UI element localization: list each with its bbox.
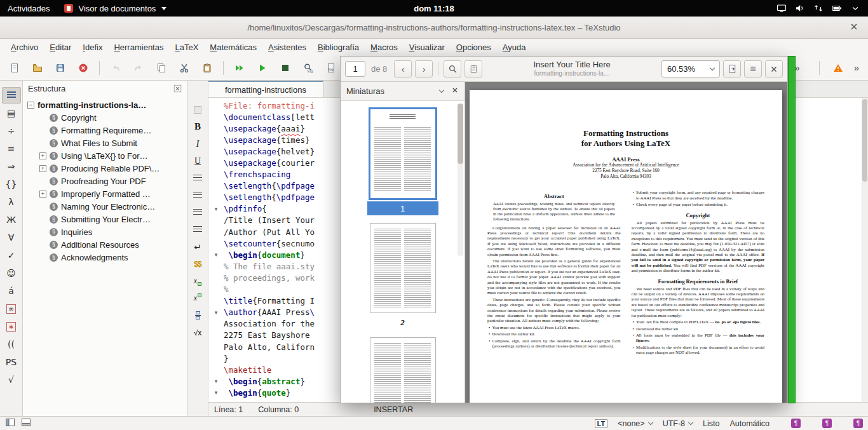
menu-item-idefix[interactable]: Idefix — [77, 40, 108, 55]
menu-item-bibliografa[interactable]: Bibliografía — [312, 40, 365, 55]
newline-button[interactable]: ↵ — [189, 239, 206, 254]
align-justify-button[interactable] — [189, 222, 206, 237]
structure-item[interactable]: §Formatting Requireme… — [39, 124, 187, 137]
structure-root[interactable]: − formatting-instructions-la… — [27, 98, 187, 111]
thumbnail-label-2[interactable]: 2 — [367, 316, 438, 330]
thumbnails-close-icon[interactable] — [451, 86, 459, 96]
network-icon[interactable] — [813, 3, 824, 13]
save-document-button[interactable] — [51, 58, 70, 77]
insert-mode-indicator[interactable]: INSERTAR — [374, 405, 413, 414]
italic-button[interactable]: I — [189, 137, 206, 151]
clock[interactable]: dom 11:18 — [414, 4, 454, 13]
cut-button[interactable] — [175, 58, 194, 77]
editor-scrollbar-thumb[interactable] — [862, 99, 867, 182]
align-center-button[interactable] — [189, 188, 206, 203]
thumbnails-scrollbar-thumb[interactable] — [458, 104, 463, 164]
operators-symbols-icon[interactable]: ÷ — [2, 123, 21, 139]
volume-icon[interactable] — [795, 3, 805, 13]
activities-button[interactable]: Actividades — [8, 4, 50, 13]
thumbnail-page-2[interactable] — [370, 223, 436, 313]
math-symbols-icon[interactable]: ∀ — [2, 229, 21, 246]
structure-item[interactable]: §What Files to Submit — [39, 137, 187, 149]
structure-item[interactable]: §Acknowledgments — [39, 251, 187, 264]
new-document-button[interactable] — [5, 58, 24, 77]
menu-item-latex[interactable]: LaTeX — [169, 40, 204, 55]
superscript-button[interactable]: x — [189, 291, 206, 306]
window-title-bar[interactable]: /home/linuxitos/Descargas/formatting-ins… — [0, 17, 868, 39]
thumbnail-page-3[interactable] — [370, 337, 436, 403]
align-right-button[interactable] — [189, 205, 206, 220]
menu-item-asistentes[interactable]: Asistentes — [262, 40, 312, 55]
menu-item-matemticas[interactable]: Matemáticas — [204, 40, 262, 55]
asterisk-symbols-icon[interactable]: ∗ — [2, 318, 21, 335]
postscript-symbols-icon[interactable]: PS — [2, 354, 21, 370]
accents-symbols-icon[interactable]: á — [2, 283, 21, 299]
expand-icon[interactable]: + — [39, 165, 46, 172]
copy-button[interactable] — [152, 58, 171, 77]
languagetool-badge[interactable]: LT — [595, 419, 608, 428]
thumbnail-page-1[interactable] — [370, 109, 436, 199]
subscript-button[interactable]: x — [189, 274, 206, 288]
bookmarks-tab-icon[interactable]: ▤ — [2, 105, 21, 121]
menu-item-ayuda[interactable]: Ayuda — [497, 40, 532, 55]
pdf-close-button[interactable] — [765, 60, 783, 77]
structure-item[interactable]: +§Using \LaTeX{} to For… — [39, 149, 187, 162]
structure-item[interactable]: §Additional Resources — [39, 238, 187, 251]
thumbnails-title[interactable]: Miniaturas — [346, 86, 384, 96]
thumbnails-scrollbar[interactable] — [458, 104, 463, 256]
cyrillic-symbols-icon[interactable]: Ж — [2, 212, 21, 228]
expand-icon[interactable]: + — [39, 152, 46, 159]
purple-marker-icon-2[interactable]: ¶ — [822, 419, 832, 428]
viewer-dock-strip[interactable] — [788, 56, 796, 403]
collapse-icon[interactable]: − — [27, 102, 34, 109]
warning-icon[interactable] — [829, 58, 848, 77]
pdf-menu-button[interactable]: ≡ — [744, 60, 762, 77]
fold-marker-icon[interactable]: ▾ — [208, 206, 224, 212]
build-and-view-button[interactable] — [230, 58, 249, 77]
infinity-symbols-icon[interactable]: ∞ — [2, 300, 21, 317]
previous-page-button[interactable]: ‹ — [394, 60, 412, 77]
next-page-button[interactable]: › — [415, 60, 433, 77]
open-log-button[interactable]: log — [322, 58, 341, 77]
pdf-page-view[interactable]: Formatting Instructions for Authors Usin… — [465, 82, 787, 403]
structure-close-icon[interactable] — [173, 84, 182, 93]
structure-item[interactable]: +§Improperly Formatted … — [39, 187, 187, 200]
arrows-symbols-icon[interactable]: ⇒ — [2, 158, 21, 175]
fraction-button[interactable] — [189, 308, 206, 323]
toolbar-extension-icon-2[interactable]: » — [854, 62, 859, 73]
purple-marker-icon-1[interactable]: ¶ — [791, 419, 801, 428]
relations-symbols-icon[interactable]: ≡ — [2, 140, 21, 157]
toggle-side-panel-icon[interactable] — [5, 417, 15, 429]
structure-tab-icon[interactable] — [2, 87, 21, 104]
expand-icon[interactable]: + — [39, 191, 46, 198]
window-close-icon[interactable] — [849, 22, 859, 34]
sqrt-symbols-icon[interactable]: √ — [2, 372, 21, 388]
fit-page-button[interactable] — [723, 60, 741, 77]
paste-button[interactable] — [198, 58, 217, 77]
delimiters-symbols-icon[interactable]: {} — [2, 176, 21, 192]
structure-item[interactable]: §Submitting Your Electr… — [39, 213, 187, 225]
menu-item-opciones[interactable]: Opciones — [451, 40, 497, 55]
bold-button[interactable]: B — [189, 119, 206, 134]
fold-marker-icon[interactable]: ▾ — [208, 252, 224, 258]
structure-item[interactable]: +§Producing Reliable PDF\… — [39, 162, 187, 175]
copy-text-button[interactable] — [465, 60, 482, 77]
underline-button[interactable]: U — [189, 154, 206, 168]
stop-process-button[interactable] — [276, 58, 295, 77]
align-left-button[interactable] — [189, 171, 206, 185]
fold-marker-icon[interactable]: ▾ — [208, 389, 224, 396]
editor-scrollbar[interactable] — [862, 98, 868, 402]
menu-item-herramientas[interactable]: Herramientas — [108, 40, 169, 55]
toggle-bottom-panel-icon[interactable] — [21, 417, 31, 429]
thumbnail-label-1[interactable]: 1 — [367, 201, 438, 215]
compile-button[interactable] — [253, 58, 272, 77]
app-menu[interactable]: Visor de documentos — [64, 3, 166, 13]
search-button[interactable] — [444, 60, 461, 77]
sqrt-button[interactable]: √x — [189, 325, 206, 340]
smiley-symbols-icon[interactable]: ☺ — [2, 265, 21, 281]
menu-item-visualizar[interactable]: Visualizar — [403, 40, 451, 55]
master-mode-status[interactable]: Automático — [729, 419, 770, 428]
fold-marker-icon[interactable]: ▾ — [208, 309, 224, 316]
menu-item-macros[interactable]: Macros — [365, 40, 403, 55]
brackets-symbols-icon[interactable]: (( — [2, 336, 21, 353]
